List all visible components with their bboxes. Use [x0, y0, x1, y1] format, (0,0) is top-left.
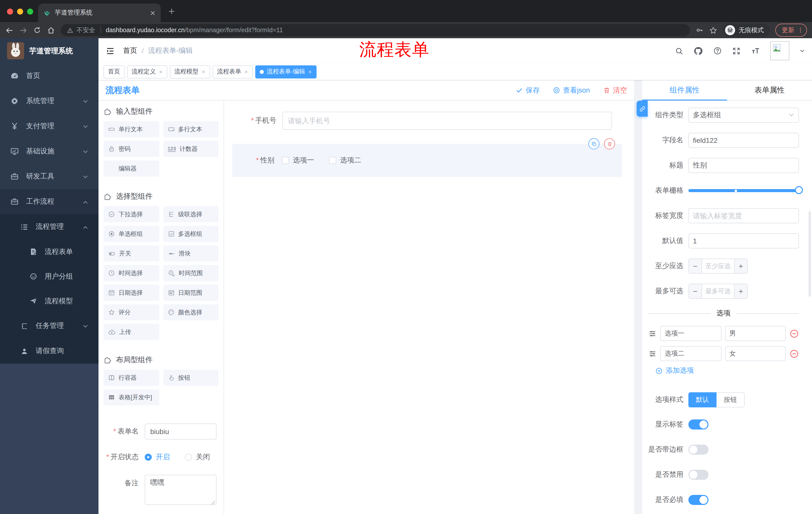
status-radio-off[interactable]: 关闭 — [185, 453, 210, 462]
component-chip-select[interactable]: 下拉选择 — [104, 206, 159, 222]
component-chip-time[interactable]: 时间选择 — [104, 265, 159, 281]
component-chip-radio-group[interactable]: 单选框组 — [104, 226, 159, 242]
clear-button[interactable]: 清空 — [603, 86, 627, 95]
component-chip-single-text[interactable]: 单行文本 — [104, 121, 159, 137]
style-default-button[interactable]: 默认 — [688, 392, 717, 407]
default-value-input[interactable] — [688, 233, 799, 248]
component-type-select[interactable]: 多选框组 — [688, 108, 799, 123]
font-size-icon[interactable] — [751, 46, 760, 56]
browser-tab[interactable]: 芋道管理系统 — [38, 3, 161, 22]
forward-icon[interactable] — [19, 26, 28, 34]
increase-button[interactable] — [734, 284, 747, 298]
copy-widget-button[interactable] — [588, 138, 600, 150]
canvas-field-phone[interactable]: *手机号 — [232, 112, 626, 130]
component-chip-date[interactable]: 日期选择 — [104, 285, 159, 301]
component-chip-date-range[interactable]: 日期范围 — [163, 285, 219, 301]
min-select-placeholder[interactable]: 至少应选 — [702, 259, 734, 273]
slider-track[interactable] — [688, 189, 799, 192]
avatar-caret-icon[interactable] — [800, 48, 805, 54]
gender-option-2[interactable]: 选项二 — [329, 156, 361, 165]
drag-handle-icon[interactable] — [648, 349, 657, 358]
remove-option-button[interactable] — [789, 349, 799, 358]
disabled-switch[interactable] — [688, 470, 708, 480]
tab-close-icon[interactable] — [150, 10, 156, 16]
slider-knob[interactable] — [795, 186, 803, 194]
page-tab-process-def[interactable]: 流程定义 — [127, 65, 167, 78]
maximize-window-button[interactable] — [27, 8, 33, 15]
fullscreen-icon[interactable] — [732, 47, 741, 55]
decrease-button[interactable] — [689, 259, 702, 273]
component-chip-time-range[interactable]: 时间范围 — [163, 265, 219, 281]
component-chip-switch[interactable]: 开关 — [104, 245, 159, 262]
avatar[interactable] — [770, 41, 789, 60]
page-tab-process-form[interactable]: 流程表单 — [212, 65, 253, 78]
tab-form-props[interactable]: 表单属性 — [727, 80, 812, 100]
new-tab-icon[interactable] — [168, 7, 175, 15]
tab-close-icon[interactable] — [159, 70, 163, 74]
component-chip-button[interactable]: 按钮 — [163, 370, 219, 386]
bookmark-star-icon[interactable] — [709, 26, 718, 34]
component-chip-rate[interactable]: 评分 — [104, 304, 159, 320]
password-key-icon[interactable] — [695, 26, 703, 34]
github-icon[interactable] — [693, 46, 703, 56]
component-chip-editor[interactable]: 编辑器 — [104, 160, 159, 177]
browser-menu-icon[interactable] — [797, 27, 804, 34]
field-name-input[interactable] — [688, 133, 799, 148]
sidebar-item-infra[interactable]: 基础设施 — [0, 139, 98, 164]
form-canvas[interactable]: *手机号 *性别 选项一 — [224, 101, 634, 514]
close-window-button[interactable] — [7, 8, 13, 15]
url-bar[interactable]: 不安全 dashboard.yudao.iocoder.cn /bpm/mana… — [61, 24, 690, 36]
page-tab-process-model[interactable]: 流程模型 — [170, 65, 210, 78]
option-name-input[interactable] — [660, 346, 721, 361]
required-switch[interactable] — [688, 495, 708, 505]
update-button[interactable]: 更新 — [775, 24, 807, 37]
checkbox[interactable] — [282, 157, 289, 164]
form-remark-textarea[interactable]: 嘿嘿 — [145, 475, 216, 505]
panel-scrollbar[interactable] — [809, 211, 811, 297]
max-select-placeholder[interactable]: 最多可选 — [702, 284, 734, 298]
component-chip-multi-text[interactable]: 多行文本 — [163, 121, 219, 137]
component-chip-color[interactable]: 颜色选择 — [163, 304, 219, 320]
component-chip-slider[interactable]: 滑块 — [163, 245, 219, 262]
show-label-switch[interactable] — [688, 420, 708, 430]
tab-close-icon[interactable] — [244, 70, 248, 74]
sidebar-item-process-model[interactable]: 流程模型 — [0, 289, 98, 313]
back-icon[interactable] — [5, 26, 13, 34]
home-icon[interactable] — [47, 26, 55, 34]
style-button-button[interactable]: 按钮 — [717, 392, 745, 407]
form-name-input[interactable] — [145, 424, 216, 439]
tab-close-icon[interactable] — [308, 70, 312, 74]
sidebar-logo[interactable]: 芋道管理系统 — [0, 38, 98, 63]
label-width-input[interactable] — [688, 208, 799, 223]
delete-widget-button[interactable] — [604, 138, 615, 150]
sidebar-item-workflow[interactable]: 工作流程 — [0, 189, 98, 214]
minimize-window-button[interactable] — [17, 8, 23, 15]
sidebar-item-task-mgmt[interactable]: 任务管理 — [0, 313, 98, 339]
drag-handle-icon[interactable] — [648, 329, 657, 338]
search-icon[interactable] — [675, 47, 684, 55]
page-tab-home[interactable]: 首页 — [104, 65, 125, 78]
sidebar-item-payment[interactable]: 支付管理 — [0, 114, 98, 139]
tab-close-icon[interactable] — [202, 70, 205, 74]
decrease-button[interactable] — [689, 284, 702, 298]
remove-option-button[interactable] — [789, 329, 799, 338]
page-tab-form-edit[interactable]: 流程表单-编辑 — [255, 65, 317, 78]
breadcrumb-home[interactable]: 首页 — [123, 46, 137, 55]
component-chip-table[interactable]: 表格[开发中] — [104, 389, 159, 405]
canvas-field-gender-selected[interactable]: *性别 选项一 选项二 — [232, 144, 622, 177]
increase-button[interactable] — [734, 259, 747, 273]
grid-slider[interactable] — [688, 183, 799, 198]
component-chip-row-container[interactable]: 行容器 — [104, 370, 159, 386]
view-json-button[interactable]: 查看json — [553, 86, 590, 95]
phone-input[interactable] — [282, 112, 612, 130]
sidebar-item-process-mgmt[interactable]: 流程管理 — [0, 214, 98, 239]
tab-component-props[interactable]: 组件属性 — [642, 80, 727, 100]
component-chip-upload[interactable]: 上传 — [104, 324, 159, 340]
sidebar-item-home[interactable]: 首页 — [0, 63, 98, 88]
component-chip-checkbox-group[interactable]: 多选框组 — [163, 226, 219, 242]
component-chip-password[interactable]: 密码 — [104, 141, 159, 157]
title-input[interactable] — [688, 158, 799, 173]
reload-icon[interactable] — [33, 26, 41, 34]
collapse-sidebar-icon[interactable] — [106, 46, 115, 56]
link-tag-button[interactable] — [637, 101, 648, 117]
